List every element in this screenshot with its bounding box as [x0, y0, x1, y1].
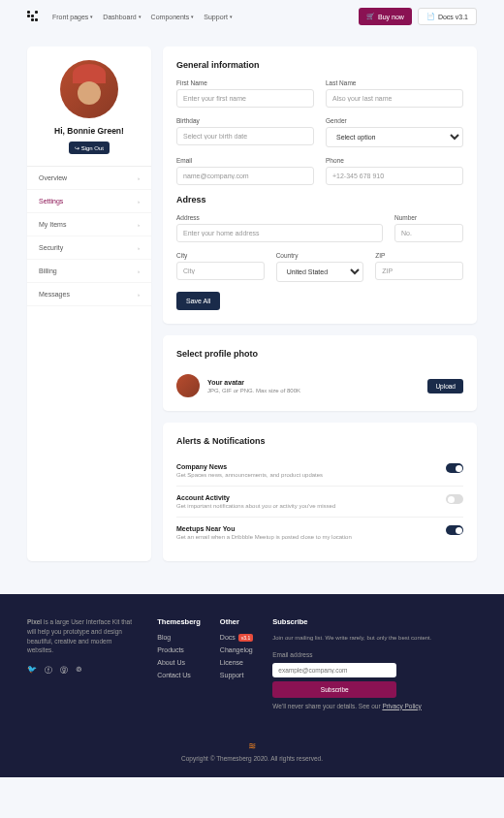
alert-title: Meetups Near You — [176, 525, 352, 532]
sidebar-item-security[interactable]: Security› — [27, 236, 151, 260]
photo-avatar-preview — [176, 374, 200, 397]
chevron-right-icon: › — [138, 199, 140, 204]
footer-about: Pixel is a large User Interface Kit that… — [27, 617, 138, 655]
photo-title: Select profile photo — [176, 349, 463, 359]
number-label: Number — [394, 214, 463, 221]
chevron-right-icon: › — [138, 245, 140, 251]
privacy-link[interactable]: Privacy Policy — [382, 703, 421, 709]
lastname-label: Last Name — [326, 79, 463, 86]
buy-now-button[interactable]: 🛒 Buy now — [359, 8, 412, 25]
gender-label: Gender — [326, 117, 463, 124]
footer-link[interactable]: About Us — [157, 659, 201, 666]
chevron-down-icon: ▾ — [90, 14, 93, 19]
signout-button[interactable]: ↪ Sign Out — [69, 142, 110, 154]
chevron-down-icon: ▾ — [230, 14, 233, 19]
nav-dashboard[interactable]: Dashboard▾ — [103, 14, 141, 20]
profile-greeting: Hi, Bonnie Green! — [39, 126, 140, 136]
sidebar-item-messages[interactable]: Messages› — [27, 283, 151, 306]
email-input[interactable] — [176, 167, 314, 185]
footer-link[interactable]: Support — [220, 672, 253, 678]
footer-subscribe-desc: Join our mailing list. We write rarely, … — [272, 634, 477, 643]
nav-components[interactable]: Components▾ — [151, 14, 195, 20]
brand-logo[interactable] — [27, 11, 39, 22]
alert-desc: Get Spaces news, announcements, and prod… — [176, 472, 323, 478]
alert-desc: Get important notifications about you or… — [176, 503, 335, 509]
footer-email-label: Email address — [272, 650, 477, 660]
chevron-right-icon: › — [138, 175, 140, 181]
sidebar-item-billing[interactable]: Billing› — [27, 260, 151, 283]
footer-link[interactable]: Changelog — [220, 646, 253, 653]
upload-button[interactable]: Upload — [427, 379, 463, 393]
footer-link[interactable]: Products — [157, 646, 201, 653]
lastname-input[interactable] — [326, 89, 463, 108]
firstname-input[interactable] — [176, 89, 314, 108]
photo-heading: Your avatar — [207, 379, 300, 386]
subscribe-note: We'll never share your details. See our … — [272, 702, 477, 711]
save-all-button[interactable]: Save All — [176, 292, 220, 310]
chevron-right-icon: › — [138, 292, 140, 298]
github-icon[interactable]: ⓖ — [60, 665, 68, 676]
email-label: Email — [176, 157, 314, 164]
phone-label: Phone — [326, 157, 463, 164]
country-label: Country — [276, 252, 364, 259]
zip-input[interactable] — [375, 262, 463, 280]
sidebar-item-my-items[interactable]: My Items› — [27, 213, 151, 236]
twitter-icon[interactable]: 🐦 — [27, 665, 37, 676]
photo-hint: JPG, GIF or PNG. Max size of 800K — [207, 388, 300, 393]
birthday-label: Birthday — [176, 117, 314, 124]
flame-icon: ≋ — [27, 740, 477, 751]
city-input[interactable] — [176, 262, 265, 280]
subscribe-button[interactable]: Subscribe — [272, 681, 396, 698]
number-input[interactable] — [394, 224, 463, 242]
dribbble-icon[interactable]: ⊚ — [76, 665, 82, 676]
address-input[interactable] — [176, 224, 383, 242]
birthday-input[interactable] — [176, 127, 314, 145]
footer-other-title: Other — [220, 617, 253, 626]
chevron-down-icon: ▾ — [139, 14, 142, 19]
alert-toggle[interactable] — [446, 525, 463, 535]
address-label: Address — [176, 214, 383, 221]
country-select[interactable]: United Stated — [276, 262, 364, 282]
alert-toggle[interactable] — [446, 494, 463, 504]
profile-avatar — [60, 60, 118, 118]
general-title: General information — [176, 60, 463, 70]
copyright-text: Copyright © Themesberg 2020. All rights … — [181, 755, 323, 762]
sidebar-item-overview[interactable]: Overview› — [27, 167, 151, 190]
phone-input[interactable] — [326, 167, 463, 185]
footer-link[interactable]: Docsv3.1 — [220, 634, 253, 641]
docs-button[interactable]: 📄 Docs v3.1 — [418, 8, 477, 25]
footer-link[interactable]: License — [220, 659, 253, 666]
alert-desc: Get an email when a Dribbble Meetup is p… — [176, 534, 352, 540]
footer-link[interactable]: Blog — [157, 634, 201, 641]
nav-support[interactable]: Support▾ — [204, 14, 233, 20]
chevron-right-icon: › — [138, 268, 140, 274]
chevron-right-icon: › — [138, 222, 140, 228]
alert-title: Company News — [176, 463, 323, 470]
alert-toggle[interactable] — [446, 463, 463, 473]
footer-link[interactable]: Contact Us — [157, 672, 201, 678]
alerts-title: Alerts & Notifications — [176, 436, 463, 446]
gender-select[interactable]: Select option — [326, 127, 463, 147]
firstname-label: First Name — [176, 79, 314, 86]
facebook-icon[interactable]: ⓕ — [45, 665, 52, 676]
sidebar-item-settings[interactable]: Settings› — [27, 190, 151, 213]
footer-subscribe-title: Subscribe — [272, 617, 477, 626]
chevron-down-icon: ▾ — [191, 14, 194, 19]
alert-title: Account Activity — [176, 494, 335, 501]
footer-themesberg-title: Themesberg — [157, 617, 201, 626]
city-label: City — [176, 252, 265, 259]
address-title: Adress — [176, 195, 463, 204]
subscribe-email-input[interactable] — [272, 663, 396, 677]
nav-front-pages[interactable]: Front pages▾ — [52, 14, 93, 20]
zip-label: ZIP — [375, 252, 463, 259]
